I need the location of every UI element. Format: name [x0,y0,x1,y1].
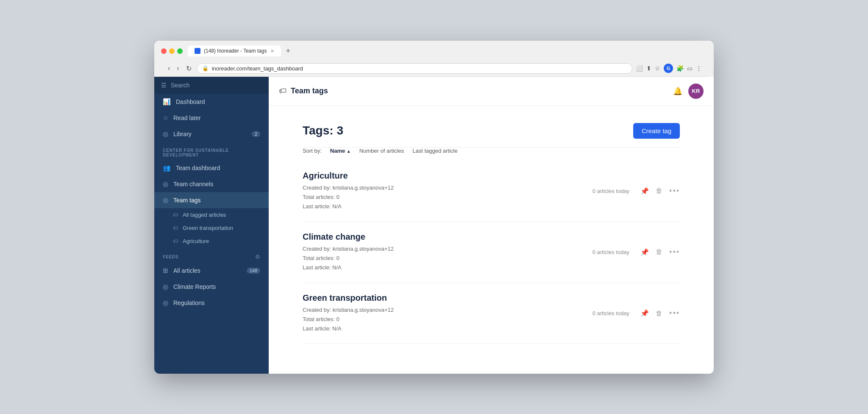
tag-total-articles: Total articles: 0 [303,315,593,324]
delete-icon[interactable]: 🗑 [656,248,662,256]
browser-window: (148) Inoreader - Team tags ✕ + ‹ › ↻ 🔒 … [154,41,714,374]
forward-button[interactable]: › [175,64,181,73]
sidebar-item-all-articles[interactable]: ⊞ All articles 148 [154,263,269,279]
tag-name[interactable]: Green transportation [303,293,593,303]
tag-last-article: Last article: N/A [303,263,593,272]
sidebar-sub-all-tagged[interactable]: 🏷 All tagged articles [154,208,269,221]
browser-menu-icon[interactable]: ⋮ [696,65,702,72]
back-button[interactable]: ‹ [166,64,172,73]
main-header-left: 🏷 Team tags [279,87,328,95]
library-icon: ◎ [163,130,168,138]
sidebar-item-read-later[interactable]: ☆ Read later [154,110,269,126]
climate-icon: ◎ [163,283,168,291]
sidebar-item-label: Library [173,131,192,137]
avatar[interactable]: KR [688,84,704,99]
bookmark-icon[interactable]: ☆ [655,65,660,72]
sidebar: ☰ 📊 Dashboard ☆ Read later ◎ Library 2 C… [154,77,269,374]
tag-created-by: Created by: kristiana.g.stoyanova+12 [303,244,593,254]
main-body: Tags: 3 Create tag Sort by: Name ▲ Numbe… [269,106,714,374]
active-tab[interactable]: (148) Inoreader - Team tags ✕ [188,45,281,56]
sort-by-label: Sort by: [303,148,322,154]
tag-name[interactable]: Agriculture [303,171,593,181]
team-tags-header-icon: 🏷 [279,87,287,95]
pin-icon[interactable]: 📌 [640,309,649,317]
sidebar-item-label: Team dashboard [176,165,220,171]
close-button[interactable] [161,48,167,54]
tag-info-green: Green transportation Created by: kristia… [303,293,593,333]
sidebar-item-team-channels[interactable]: ◎ Team channels [154,176,269,192]
sidebar-sub-label: All tagged articles [183,212,226,218]
tags-header: Tags: 3 Create tag [303,123,680,139]
pin-icon[interactable]: 📌 [640,187,649,195]
channels-icon: ◎ [163,180,168,188]
more-icon[interactable]: ••• [669,187,680,196]
tag-row-green-transportation: Green transportation Created by: kristia… [303,283,680,344]
sidebar-item-team-tags[interactable]: ◎ Team tags [154,192,269,208]
minimize-button[interactable] [169,48,175,54]
bell-icon[interactable]: 🔔 [673,87,682,96]
sort-by-last[interactable]: Last tagged article [412,148,457,154]
sidebar-sub-agriculture[interactable]: 🏷 Agriculture [154,235,269,248]
tag-info-agriculture: Agriculture Created by: kristiana.g.stoy… [303,171,593,211]
sidebar-item-team-dashboard[interactable]: 👥 Team dashboard [154,160,269,176]
gear-icon[interactable]: ⚙ [255,254,260,260]
sidebar-toggle-icon[interactable]: ▭ [687,65,693,72]
tag-sub-icon: 🏷 [173,212,178,218]
profile-icon[interactable]: G [664,64,673,73]
sidebar-item-label: Read later [173,115,201,121]
sidebar-item-library[interactable]: ◎ Library 2 [154,126,269,142]
delete-icon[interactable]: 🗑 [656,310,662,317]
new-tab-button[interactable]: + [283,45,294,57]
feeds-header: FEEDS ⚙ [154,248,269,263]
sidebar-sub-label: Green transportation [183,225,233,231]
tag-last-article: Last article: N/A [303,324,593,333]
tag-row-climate-change: Climate change Created by: kristiana.g.s… [303,222,680,283]
tag-total-articles: Total articles: 0 [303,193,593,202]
delete-icon[interactable]: 🗑 [656,187,662,195]
sidebar-item-label: Climate Reports [173,283,216,290]
tag-sub-icon: 🏷 [173,225,178,231]
sort-by-name[interactable]: Name ▲ [330,148,351,154]
all-articles-icon: ⊞ [163,267,168,274]
page-title: Team tags [291,87,328,95]
sidebar-search-bar: ☰ [154,77,269,94]
articles-today: 0 articles today [593,310,629,316]
sort-by-number[interactable]: Number of articles [359,148,404,154]
tag-row-agriculture: Agriculture Created by: kristiana.g.stoy… [303,161,680,222]
feeds-label: FEEDS [163,255,255,259]
sidebar-item-regulations[interactable]: ◎ Regulations [154,295,269,311]
more-icon[interactable]: ••• [669,248,680,257]
browser-navbar: ‹ › ↻ 🔒 inoreader.com/team_tags_dashboar… [161,61,707,77]
tab-favicon [195,48,200,54]
browser-chrome: (148) Inoreader - Team tags ✕ + ‹ › ↻ 🔒 … [154,41,714,77]
traffic-lights [161,48,183,54]
create-tag-button[interactable]: Create tag [633,123,680,139]
pin-icon[interactable]: 📌 [640,248,649,256]
section-label-org: CENTER FOR SUSTAINABLE DEVELOPMENT [154,142,269,160]
reload-button[interactable]: ↻ [184,64,193,73]
sidebar-item-dashboard[interactable]: 📊 Dashboard [154,94,269,110]
more-icon[interactable]: ••• [669,309,680,318]
download-icon[interactable]: ⬆ [646,65,651,72]
extensions-icon[interactable]: 🧩 [676,65,684,72]
library-badge: 2 [252,131,260,137]
tag-name[interactable]: Climate change [303,232,593,242]
sidebar-item-label: Regulations [173,299,205,306]
browser-titlebar: (148) Inoreader - Team tags ✕ + [161,45,707,57]
cast-icon[interactable]: ⬜ [636,65,643,72]
main-header: 🏷 Team tags 🔔 KR [269,77,714,106]
sidebar-item-label: All articles [173,267,200,274]
address-bar[interactable]: 🔒 inoreader.com/team_tags_dashboard [197,63,632,74]
sidebar-sub-green-transportation[interactable]: 🏷 Green transportation [154,221,269,235]
tab-close-icon[interactable]: ✕ [270,48,274,54]
lock-icon: 🔒 [202,65,209,71]
sidebar-item-climate-reports[interactable]: ◎ Climate Reports [154,279,269,295]
tag-created-by: Created by: kristiana.g.stoyanova+12 [303,305,593,315]
hamburger-icon[interactable]: ☰ [161,82,167,89]
tag-actions-green: 0 articles today 📌 🗑 ••• [593,309,680,318]
search-input[interactable] [171,82,262,89]
tag-meta-climate: Created by: kristiana.g.stoyanova+12 Tot… [303,244,593,272]
maximize-button[interactable] [177,48,183,54]
regulations-icon: ◎ [163,299,168,307]
tags-icon: ◎ [163,196,168,204]
